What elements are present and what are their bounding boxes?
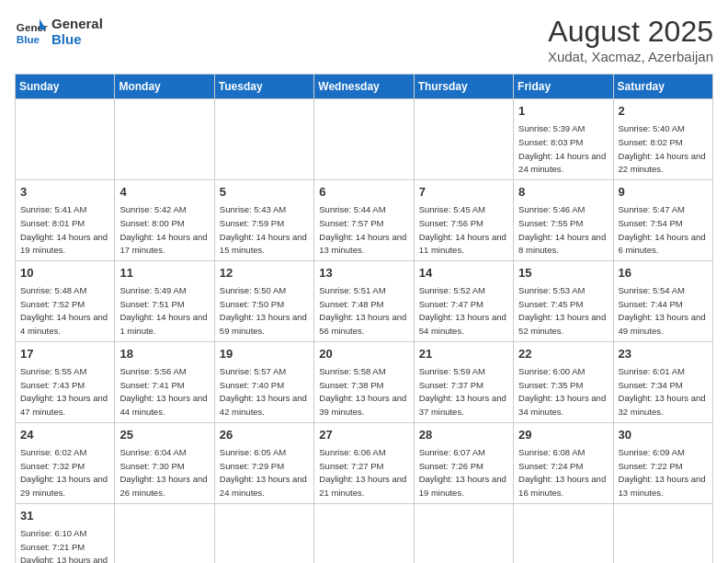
- day-26: 26 Sunrise: 6:05 AMSunset: 7:29 PMDaylig…: [214, 422, 313, 503]
- logo-icon: General Blue: [15, 15, 48, 48]
- day-25: 25 Sunrise: 6:04 AMSunset: 7:30 PMDaylig…: [115, 422, 214, 503]
- day-11: 11 Sunrise: 5:49 AMSunset: 7:51 PMDaylig…: [115, 260, 214, 341]
- col-monday: Monday: [115, 75, 214, 99]
- svg-text:Blue: Blue: [17, 33, 40, 45]
- table-row: 17 Sunrise: 5:55 AMSunset: 7:43 PMDaylig…: [16, 341, 713, 422]
- day-5: 5 Sunrise: 5:43 AMSunset: 7:59 PMDayligh…: [214, 179, 313, 260]
- day-3: 3 Sunrise: 5:41 AMSunset: 8:01 PMDayligh…: [16, 179, 115, 260]
- empty-cell: [414, 503, 513, 563]
- day-22: 22 Sunrise: 6:00 AMSunset: 7:35 PMDaylig…: [514, 341, 613, 422]
- day-16: 16 Sunrise: 5:54 AMSunset: 7:44 PMDaylig…: [613, 260, 712, 341]
- day-17: 17 Sunrise: 5:55 AMSunset: 7:43 PMDaylig…: [16, 341, 115, 422]
- day-18: 18 Sunrise: 5:56 AMSunset: 7:41 PMDaylig…: [115, 341, 214, 422]
- empty-cell: [214, 99, 313, 180]
- empty-cell: [214, 503, 313, 563]
- day-7: 7 Sunrise: 5:45 AMSunset: 7:56 PMDayligh…: [414, 179, 513, 260]
- col-sunday: Sunday: [16, 75, 115, 99]
- col-wednesday: Wednesday: [314, 75, 414, 99]
- title-area: August 2025 Xudat, Xacmaz, Azerbaijan: [548, 15, 713, 64]
- col-thursday: Thursday: [414, 75, 513, 99]
- day-31: 31 Sunrise: 6:10 AMSunset: 7:21 PMDaylig…: [16, 503, 115, 563]
- day-20: 20 Sunrise: 5:58 AMSunset: 7:38 PMDaylig…: [314, 341, 414, 422]
- empty-cell: [115, 99, 214, 180]
- table-row: 1 Sunrise: 5:39 AMSunset: 8:03 PMDayligh…: [16, 99, 713, 180]
- day-10: 10 Sunrise: 5:48 AMSunset: 7:52 PMDaylig…: [16, 260, 115, 341]
- empty-cell: [613, 503, 712, 563]
- day-30: 30 Sunrise: 6:09 AMSunset: 7:22 PMDaylig…: [613, 422, 712, 503]
- col-friday: Friday: [514, 75, 613, 99]
- day-4: 4 Sunrise: 5:42 AMSunset: 8:00 PMDayligh…: [115, 179, 214, 260]
- calendar: Sunday Monday Tuesday Wednesday Thursday…: [15, 74, 713, 563]
- month-title: August 2025: [548, 15, 713, 49]
- table-row: 3 Sunrise: 5:41 AMSunset: 8:01 PMDayligh…: [16, 179, 713, 260]
- table-row: 24 Sunrise: 6:02 AMSunset: 7:32 PMDaylig…: [16, 422, 713, 503]
- empty-cell: [514, 503, 613, 563]
- col-tuesday: Tuesday: [214, 75, 313, 99]
- day-27: 27 Sunrise: 6:06 AMSunset: 7:27 PMDaylig…: [314, 422, 414, 503]
- logo: General Blue General Blue: [15, 15, 103, 48]
- col-saturday: Saturday: [613, 75, 712, 99]
- day-19: 19 Sunrise: 5:57 AMSunset: 7:40 PMDaylig…: [214, 341, 313, 422]
- logo-general-text: General: [51, 16, 103, 31]
- day-9: 9 Sunrise: 5:47 AMSunset: 7:54 PMDayligh…: [613, 179, 712, 260]
- day-29: 29 Sunrise: 6:08 AMSunset: 7:24 PMDaylig…: [514, 422, 613, 503]
- day-14: 14 Sunrise: 5:52 AMSunset: 7:47 PMDaylig…: [414, 260, 513, 341]
- empty-cell: [414, 99, 513, 180]
- day-21: 21 Sunrise: 5:59 AMSunset: 7:37 PMDaylig…: [414, 341, 513, 422]
- day-24: 24 Sunrise: 6:02 AMSunset: 7:32 PMDaylig…: [16, 422, 115, 503]
- empty-cell: [16, 99, 115, 180]
- empty-cell: [314, 503, 414, 563]
- empty-cell: [115, 503, 214, 563]
- header: General Blue General Blue August 2025 Xu…: [15, 15, 713, 64]
- day-13: 13 Sunrise: 5:51 AMSunset: 7:48 PMDaylig…: [314, 260, 414, 341]
- location-title: Xudat, Xacmaz, Azerbaijan: [548, 49, 713, 64]
- day-2: 2 Sunrise: 5:40 AMSunset: 8:02 PMDayligh…: [613, 99, 712, 180]
- table-row: 31 Sunrise: 6:10 AMSunset: 7:21 PMDaylig…: [16, 503, 713, 563]
- day-12: 12 Sunrise: 5:50 AMSunset: 7:50 PMDaylig…: [214, 260, 313, 341]
- day-8: 8 Sunrise: 5:46 AMSunset: 7:55 PMDayligh…: [514, 179, 613, 260]
- day-6: 6 Sunrise: 5:44 AMSunset: 7:57 PMDayligh…: [314, 179, 414, 260]
- logo-blue-text: Blue: [51, 31, 103, 47]
- empty-cell: [314, 99, 414, 180]
- day-23: 23 Sunrise: 6:01 AMSunset: 7:34 PMDaylig…: [613, 341, 712, 422]
- table-row: 10 Sunrise: 5:48 AMSunset: 7:52 PMDaylig…: [16, 260, 713, 341]
- day-28: 28 Sunrise: 6:07 AMSunset: 7:26 PMDaylig…: [414, 422, 513, 503]
- day-15: 15 Sunrise: 5:53 AMSunset: 7:45 PMDaylig…: [514, 260, 613, 341]
- day-1: 1 Sunrise: 5:39 AMSunset: 8:03 PMDayligh…: [514, 99, 613, 180]
